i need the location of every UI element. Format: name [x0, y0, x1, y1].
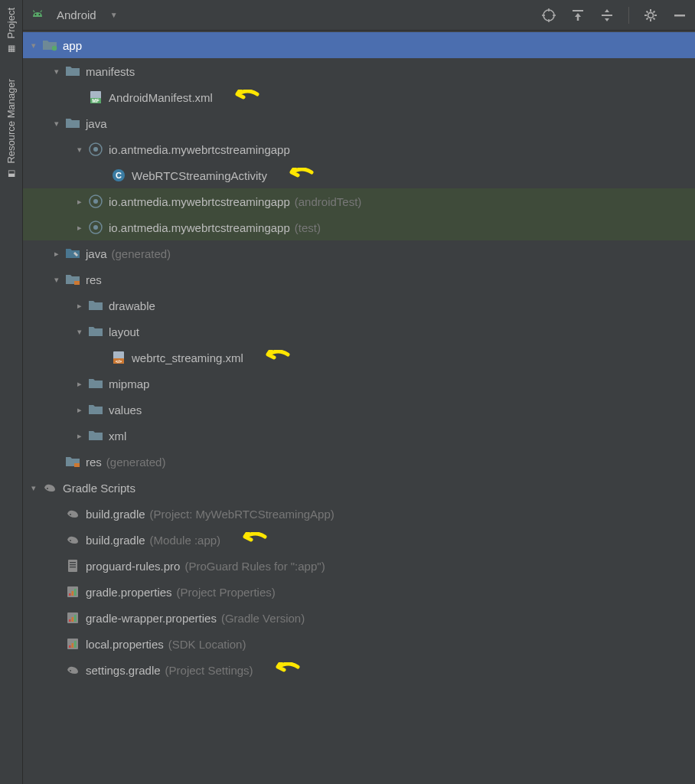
tree-node-build-gradle-module[interactable]: build.gradle (Module :app) [23, 527, 695, 553]
tree-label: gradle.properties [86, 586, 172, 599]
folder-icon [87, 401, 104, 418]
tree-node-layout[interactable]: ▾ layout [23, 318, 695, 345]
tree-node-proguard[interactable]: proguard-rules.pro (ProGuard Rules for "… [23, 553, 695, 579]
annotation-arrow-icon [234, 532, 269, 547]
tree-label: values [109, 403, 142, 416]
chevron-right-icon[interactable]: ▸ [72, 405, 87, 415]
tree-node-res-generated[interactable]: res (generated) [23, 449, 695, 475]
tree-label: drawable [109, 299, 155, 312]
properties-file-icon [64, 635, 81, 652]
chevron-right-icon[interactable]: ▸ [72, 197, 87, 207]
tree-label: io.antmedia.mywebrtcstreamingapp [109, 143, 290, 156]
module-folder-icon [41, 37, 58, 54]
project-view-selector[interactable]: Android [57, 8, 96, 21]
tree-label: build.gradle [86, 534, 145, 547]
chevron-down-icon[interactable]: ▾ [49, 119, 64, 129]
chevron-down-icon[interactable]: ▾ [26, 483, 41, 493]
tree-label: Gradle Scripts [63, 482, 135, 495]
tree-label-suffix: (ProGuard Rules for ":app") [184, 560, 325, 573]
resource-folder-icon [64, 453, 81, 470]
expand-collapse-button-1[interactable] [570, 8, 586, 23]
tree-node-manifests[interactable]: ▾ manifests [23, 58, 695, 84]
tree-node-gradle-scripts[interactable]: ▾ Gradle Scripts [23, 475, 695, 501]
tree-node-package-main[interactable]: ▾ io.antmedia.mywebrtcstreamingapp [23, 136, 695, 162]
chevron-down-icon[interactable]: ▾ [49, 275, 64, 285]
properties-file-icon [64, 609, 81, 626]
tree-node-java-generated[interactable]: ▸ java (generated) [23, 240, 695, 266]
annotation-arrow-icon [257, 350, 292, 365]
tree-label-suffix: (Project Properties) [177, 586, 276, 599]
tree-node-wrapper-properties[interactable]: gradle-wrapper.properties (Gradle Versio… [23, 605, 695, 631]
tree-node-package-androidtest[interactable]: ▸ io.antmedia.mywebrtcstreamingapp (andr… [23, 188, 695, 214]
file-icon [64, 557, 81, 574]
side-tab-project-label: Project [5, 8, 17, 38]
tree-label: io.antmedia.mywebrtcstreamingapp [109, 221, 290, 234]
tree-node-settings-gradle[interactable]: settings.gradle (Project Settings) [23, 657, 695, 683]
package-icon [87, 219, 104, 236]
tree-label: layout [109, 325, 139, 338]
chevron-right-icon[interactable]: ▸ [72, 431, 87, 441]
manifest-file-icon [87, 89, 104, 106]
folder-icon [87, 427, 104, 444]
tree-node-res[interactable]: ▾ res [23, 266, 695, 292]
header-divider [628, 7, 629, 24]
expand-collapse-button-2[interactable] [599, 8, 615, 23]
side-tab-project[interactable]: ▦ Project [2, 0, 20, 64]
properties-file-icon [64, 583, 81, 600]
tree-node-activity[interactable]: WebRTCStreamingActivity [23, 162, 695, 188]
tree-node-app[interactable]: ▾ app [23, 32, 695, 58]
chevron-right-icon[interactable]: ▸ [72, 379, 87, 389]
chevron-right-icon[interactable]: ▸ [49, 249, 64, 259]
hide-button[interactable] [672, 8, 687, 23]
tree-node-drawable[interactable]: ▸ drawable [23, 292, 695, 318]
tree-node-build-gradle-project[interactable]: build.gradle (Project: MyWebRTCStreaming… [23, 501, 695, 527]
tree-node-values[interactable]: ▸ values [23, 397, 695, 423]
folder-icon [87, 375, 104, 392]
gradle-icon [64, 662, 81, 678]
tree-label-suffix: (Project Settings) [165, 664, 253, 677]
tree-label-suffix: (Gradle Version) [221, 612, 305, 625]
chevron-down-icon[interactable]: ▾ [49, 67, 64, 77]
folder-icon [87, 297, 104, 314]
tree-node-layout-file[interactable]: webrtc_streaming.xml [23, 345, 695, 371]
tree-label: res [86, 456, 102, 469]
annotation-arrow-icon [227, 90, 262, 105]
tree-node-xml[interactable]: ▸ xml [23, 423, 695, 449]
generated-folder-icon [64, 245, 81, 262]
chevron-down-icon[interactable]: ▼ [110, 11, 118, 19]
gradle-icon [64, 505, 81, 522]
chevron-right-icon[interactable]: ▸ [72, 301, 87, 311]
tree-label: AndroidManifest.xml [109, 91, 213, 104]
package-icon [87, 141, 104, 158]
side-tool-tabs: ▦ Project ◧ Resource Manager [0, 0, 23, 784]
tree-label: WebRTCStreamingActivity [132, 169, 267, 182]
chevron-down-icon[interactable]: ▾ [72, 145, 87, 155]
class-icon [110, 167, 127, 184]
tree-node-package-test[interactable]: ▸ io.antmedia.mywebrtcstreamingapp (test… [23, 214, 695, 240]
tree-label-suffix: (generated) [106, 456, 166, 469]
select-opened-file-button[interactable] [541, 8, 556, 23]
chevron-down-icon[interactable]: ▾ [72, 327, 87, 337]
tree-label-suffix: (Module :app) [150, 534, 221, 547]
tree-node-gradle-properties[interactable]: gradle.properties (Project Properties) [23, 579, 695, 605]
gradle-icon [64, 531, 81, 548]
chevron-down-icon[interactable]: ▾ [26, 41, 41, 51]
tree-node-android-manifest[interactable]: AndroidManifest.xml [23, 84, 695, 110]
folder-icon [64, 63, 81, 80]
gradle-icon [41, 479, 58, 496]
tree-node-java[interactable]: ▾ java [23, 110, 695, 136]
tree-label: proguard-rules.pro [86, 560, 180, 573]
tree-label: app [63, 39, 82, 52]
tree-node-local-properties[interactable]: local.properties (SDK Location) [23, 631, 695, 657]
side-tab-resource-manager[interactable]: ◧ Resource Manager [2, 71, 20, 189]
settings-button[interactable] [643, 8, 658, 23]
layout-xml-icon [110, 349, 127, 366]
tree-label: mipmap [109, 377, 149, 390]
tree-node-mipmap[interactable]: ▸ mipmap [23, 371, 695, 397]
resource-manager-tab-icon: ◧ [6, 168, 16, 178]
tree-label-suffix: (androidTest) [295, 195, 362, 208]
tree-label: gradle-wrapper.properties [86, 612, 217, 625]
chevron-right-icon[interactable]: ▸ [72, 223, 87, 233]
android-icon [29, 7, 46, 24]
annotation-arrow-icon [281, 168, 316, 183]
